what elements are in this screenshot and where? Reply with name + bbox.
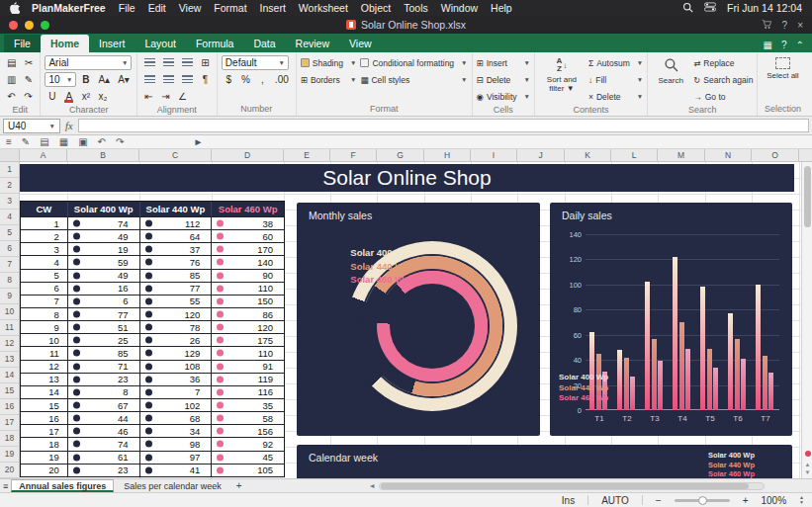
align-left-button[interactable] bbox=[141, 55, 158, 70]
table-cell[interactable]: 19 bbox=[21, 452, 68, 464]
align-right-button[interactable] bbox=[179, 55, 196, 70]
column-header[interactable]: I bbox=[471, 149, 517, 161]
formula-input[interactable] bbox=[78, 119, 809, 132]
table-cell[interactable]: 86 bbox=[212, 308, 284, 320]
column-header[interactable]: N bbox=[705, 149, 752, 161]
align-middle-button[interactable] bbox=[160, 72, 177, 87]
column-header[interactable]: M bbox=[658, 149, 705, 161]
number-format-select[interactable]: Default▼ bbox=[222, 55, 289, 70]
menubar-clock[interactable]: Fri Jun 14 12:04 bbox=[727, 2, 802, 14]
table-cell[interactable]: 76 bbox=[140, 256, 213, 268]
table-cell[interactable]: 9 bbox=[21, 321, 68, 333]
dashboard-title-bar[interactable]: Solar Online Shop bbox=[20, 164, 794, 192]
ribbon-tab-view[interactable]: View bbox=[339, 35, 382, 52]
row-header[interactable]: 20 bbox=[0, 463, 20, 478]
table-cell[interactable]: 59 bbox=[68, 256, 140, 268]
add-sheet-button[interactable]: + bbox=[232, 480, 246, 491]
row-header[interactable]: 7 bbox=[0, 257, 20, 273]
table-cell[interactable]: 150 bbox=[212, 296, 284, 307]
save-icon[interactable]: ▦ bbox=[59, 135, 68, 148]
menu-item[interactable]: Edit bbox=[148, 2, 166, 14]
underline-button[interactable]: U bbox=[45, 89, 59, 104]
ribbon-tab-home[interactable]: Home bbox=[41, 35, 89, 52]
menu-item[interactable]: Format bbox=[214, 2, 246, 14]
table-cell[interactable]: 8 bbox=[68, 386, 140, 398]
column-header[interactable]: K bbox=[565, 149, 611, 161]
table-cell[interactable]: 38 bbox=[212, 217, 284, 229]
close-window-button[interactable] bbox=[9, 21, 18, 30]
table-cell[interactable]: 51 bbox=[68, 321, 140, 333]
merge-cells-button[interactable]: ⊞ bbox=[198, 55, 213, 70]
minimize-window-button[interactable] bbox=[25, 21, 34, 30]
ribbon-tab-insert[interactable]: Insert bbox=[89, 35, 135, 52]
table-cell[interactable]: 16 bbox=[68, 283, 140, 295]
zoom-slider[interactable] bbox=[675, 499, 730, 502]
format-painter-button[interactable]: ✎ bbox=[21, 72, 36, 87]
row-header[interactable]: 3 bbox=[0, 194, 20, 210]
borders-button[interactable]: ⊞ Borders▼ bbox=[301, 72, 357, 87]
row-header[interactable]: 14 bbox=[0, 368, 20, 383]
increase-indent-button[interactable]: ⇥ bbox=[158, 89, 173, 104]
column-header[interactable]: A bbox=[20, 149, 67, 161]
table-cell[interactable]: 2 bbox=[21, 230, 68, 242]
table-cell[interactable]: 25 bbox=[68, 334, 140, 346]
table-cell[interactable]: 10 bbox=[21, 334, 68, 346]
currency-format-button[interactable]: $ bbox=[222, 72, 236, 87]
column-header[interactable]: L bbox=[611, 149, 658, 161]
row-header[interactable]: 19 bbox=[0, 447, 20, 463]
row-header[interactable]: 11 bbox=[0, 320, 20, 336]
table-cell[interactable]: 36 bbox=[140, 374, 213, 385]
table-cell[interactable]: 37 bbox=[140, 243, 213, 255]
table-cell[interactable]: 8 bbox=[21, 308, 68, 320]
decrease-indent-button[interactable]: ⇤ bbox=[141, 89, 156, 104]
rotate-text-button[interactable]: ∠ bbox=[175, 89, 190, 104]
table-cell[interactable]: 156 bbox=[212, 425, 284, 437]
table-cell[interactable]: 120 bbox=[140, 308, 213, 320]
monthly-sales-chart[interactable]: Monthly sales Solar 400 WpSolar 440 WpSo… bbox=[297, 203, 540, 436]
table-cell[interactable]: 71 bbox=[68, 361, 140, 373]
menu-item[interactable]: File bbox=[119, 2, 135, 14]
app-menu[interactable]: PlanMakerFree bbox=[32, 2, 106, 14]
replace-button[interactable]: ⇄ Replace bbox=[693, 55, 753, 70]
column-header[interactable]: G bbox=[377, 149, 424, 161]
menu-item[interactable]: Help bbox=[491, 2, 512, 14]
table-cell[interactable]: 91 bbox=[212, 361, 284, 373]
auto-indicator[interactable]: AUTO bbox=[601, 495, 629, 506]
table-cell[interactable]: 35 bbox=[212, 399, 284, 411]
table-cell[interactable]: 116 bbox=[212, 386, 284, 398]
row-header[interactable]: 18 bbox=[0, 431, 20, 447]
insert-mode-indicator[interactable]: Ins bbox=[562, 495, 575, 506]
ribbon-tab-review[interactable]: Review bbox=[286, 35, 339, 52]
table-cell[interactable]: 85 bbox=[68, 347, 140, 359]
close-document-icon[interactable]: × bbox=[797, 20, 803, 31]
new-document-icon[interactable]: ▤ bbox=[40, 135, 48, 148]
goto-button[interactable]: → Go to bbox=[693, 89, 753, 104]
column-header[interactable]: H bbox=[424, 149, 471, 161]
table-cell[interactable]: 74 bbox=[68, 438, 140, 450]
thousands-format-button[interactable]: , bbox=[255, 72, 270, 87]
redo-icon[interactable]: ↷ bbox=[116, 135, 124, 148]
table-cell[interactable]: 16 bbox=[21, 412, 68, 424]
copy-button[interactable]: ▥ bbox=[4, 72, 19, 87]
horizontal-scrollbar-thumb[interactable] bbox=[381, 483, 749, 489]
row-header[interactable]: 2 bbox=[0, 178, 20, 194]
redo-button[interactable]: ↷ bbox=[21, 89, 36, 104]
table-cell[interactable]: 23 bbox=[68, 374, 140, 385]
table-cell[interactable]: 68 bbox=[140, 412, 213, 424]
align-bottom-button[interactable] bbox=[179, 72, 196, 87]
table-cell[interactable]: 74 bbox=[68, 217, 140, 229]
menu-item[interactable]: Tools bbox=[404, 2, 428, 14]
scroll-down-icon[interactable]: ▼ bbox=[802, 469, 812, 475]
table-cell[interactable]: 60 bbox=[212, 230, 284, 242]
visibility-button[interactable]: ◉ Visibility▼ bbox=[477, 89, 530, 104]
table-cell[interactable]: 17 bbox=[21, 425, 68, 437]
table-cell[interactable]: 23 bbox=[68, 465, 140, 476]
column-header[interactable]: J bbox=[517, 149, 565, 161]
percent-format-button[interactable]: % bbox=[238, 72, 253, 87]
sidebar-toggle-icon[interactable]: ≡ bbox=[6, 135, 12, 148]
cut-button[interactable]: ✂ bbox=[21, 55, 36, 70]
select-all-corner[interactable] bbox=[0, 149, 20, 161]
daily-sales-chart[interactable]: Daily sales 020406080100120140 T1T2T3T4T… bbox=[550, 203, 792, 436]
table-cell[interactable]: 97 bbox=[140, 452, 213, 464]
vertical-scrollbar[interactable]: ▲ ▼ bbox=[801, 162, 812, 478]
